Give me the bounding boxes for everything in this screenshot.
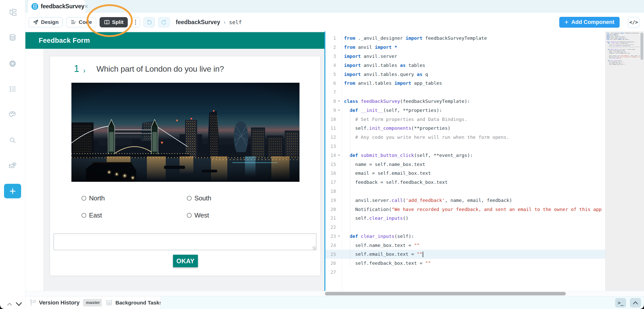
- code-line-13[interactable]: 13: [325, 142, 605, 151]
- form-header-title: Feedback Form: [39, 37, 90, 45]
- plus-icon: +: [565, 19, 569, 26]
- tab-bar: feedbackSurvey ×: [25, 0, 644, 13]
- radio-circle-icon: [81, 213, 86, 218]
- breadcrumb-self[interactable]: self: [229, 19, 242, 25]
- code-line-2[interactable]: 2from anvil import *: [325, 43, 605, 52]
- code-line-26[interactable]: 26 self.feedback_box.text = "": [325, 259, 605, 268]
- code-line-23[interactable]: 23▾ def clear_inputs(self):: [325, 232, 605, 241]
- design-button[interactable]: Design: [28, 17, 63, 27]
- indent-guide: [350, 106, 350, 268]
- add-new-button[interactable]: +: [4, 184, 21, 198]
- code-line-1[interactable]: 1from ._anvil_designer import feedbackSu…: [325, 34, 605, 43]
- background-tasks-tab[interactable]: Background Tasks: [102, 296, 161, 309]
- left-sidebar: +: [0, 0, 25, 309]
- code-line-17[interactable]: 17 feedback = self.feedback_box.text: [325, 178, 605, 187]
- radio-circle-icon: [81, 196, 86, 201]
- chevron-up-icon[interactable]: [6, 301, 13, 307]
- undo-button[interactable]: [143, 17, 155, 27]
- chevron-down-icon[interactable]: [15, 301, 23, 307]
- code-editor-panel[interactable]: 1from ._anvil_designer import feedbackSu…: [325, 31, 644, 291]
- okay-button[interactable]: OKAY: [173, 255, 198, 267]
- code-line-16[interactable]: 16 email = self.email_box.text: [325, 169, 605, 178]
- app-browser-icon[interactable]: [8, 8, 18, 18]
- expand-panel-button[interactable]: [630, 298, 641, 307]
- code-line-22[interactable]: 22: [325, 223, 605, 232]
- gutter-separator: [342, 31, 342, 291]
- code-line-14[interactable]: 14▾ def submit_button_click(self, **even…: [325, 151, 605, 160]
- tab-label: feedbackSurvey: [41, 3, 84, 10]
- terminal-icon: >_: [618, 300, 624, 305]
- editor-side-column: from ._anvil_designer import feedbackSur…: [605, 31, 644, 291]
- code-button[interactable]: Code: [66, 17, 96, 27]
- redo-button[interactable]: [158, 17, 170, 27]
- code-line-21[interactable]: 21 self.clear_inputs(): [325, 214, 605, 223]
- code-line-25[interactable]: 25 self.email_box.text = "": [325, 250, 605, 259]
- more-options-button[interactable]: ⋮: [131, 17, 140, 27]
- code-brackets-icon: </>: [629, 19, 638, 25]
- design-panel: Feedback Form 1 › Which part of London d…: [25, 31, 324, 291]
- code-toggle-button[interactable]: </>: [628, 17, 639, 28]
- question-number: 1: [74, 64, 79, 73]
- feedback-textarea[interactable]: [54, 234, 316, 250]
- split-button[interactable]: Split: [100, 17, 128, 27]
- code-line-20[interactable]: 20 Notification("We have recorded your f…: [325, 205, 605, 214]
- git-branch-icon: [29, 299, 36, 307]
- publish-email-icon[interactable]: [8, 161, 18, 171]
- app-logs-list-icon[interactable]: [8, 84, 18, 94]
- code-line-12[interactable]: 12 # Any code you write here will run wh…: [325, 133, 605, 142]
- code-lines-icon: [70, 19, 76, 25]
- data-tables-icon[interactable]: [8, 33, 18, 43]
- radio-group: North South East West: [81, 194, 293, 219]
- settings-gear-icon[interactable]: [8, 59, 18, 69]
- design-pen-icon: [33, 19, 39, 25]
- split-divider[interactable]: [324, 31, 325, 291]
- undo-icon: [146, 19, 152, 25]
- form-header-bar[interactable]: Feedback Form: [25, 32, 324, 49]
- anvil-ide-window: + feedbackSurvey × Design Code Split: [0, 0, 644, 309]
- horizontal-scrollbar-thumb[interactable]: [325, 292, 566, 295]
- code-line-8[interactable]: 8▾class feedbackSurvey(feedbackSurveyTem…: [325, 97, 605, 106]
- redo-icon: [161, 19, 167, 25]
- code-line-18[interactable]: 18: [325, 187, 605, 196]
- close-icon[interactable]: ×: [84, 3, 88, 10]
- code-line-10[interactable]: 10 # Set Form properties and Data Bindin…: [325, 115, 605, 124]
- code-line-4[interactable]: 4import anvil.tables as tables: [325, 61, 605, 70]
- search-icon[interactable]: [8, 135, 18, 145]
- code-line-24[interactable]: 24 self.name_box.text = "": [325, 241, 605, 250]
- minimap[interactable]: from ._anvil_designer import feedbackSur…: [607, 32, 640, 70]
- radio-west[interactable]: West: [187, 211, 293, 219]
- tasks-grid-icon: [105, 299, 113, 306]
- radio-circle-icon: [187, 196, 192, 201]
- code-line-19[interactable]: 19 anvil.server.call('add_feedback', nam…: [325, 196, 605, 205]
- add-component-button[interactable]: + Add Component: [559, 17, 620, 28]
- tab-feedback-survey[interactable]: feedbackSurvey ×: [28, 0, 85, 13]
- radio-north[interactable]: North: [81, 194, 187, 202]
- form-file-icon: [31, 3, 38, 10]
- design-margin-gutter: [25, 49, 44, 291]
- london-skyline-image[interactable]: [71, 83, 299, 182]
- code-line-11[interactable]: 11 self.init_components(**properties): [325, 124, 605, 133]
- code-lines: 1from ._anvil_designer import feedbackSu…: [325, 31, 605, 291]
- code-line-5[interactable]: 5import anvil.tables.query as q: [325, 70, 605, 79]
- radio-east[interactable]: East: [81, 211, 187, 219]
- breadcrumb-app[interactable]: feedbackSurvey: [176, 19, 220, 26]
- theme-palette-icon[interactable]: [8, 110, 18, 120]
- chevron-up-icon: [633, 301, 638, 305]
- code-line-3[interactable]: 3import anvil.server: [325, 52, 605, 61]
- question-text[interactable]: Which part of London do you live in?: [97, 64, 224, 74]
- code-line-7[interactable]: 7: [325, 88, 605, 97]
- kebab-icon: ⋮: [133, 19, 138, 25]
- survey-card[interactable]: 1 › Which part of London do you live in?: [50, 56, 321, 276]
- terminal-button[interactable]: >_: [615, 298, 626, 307]
- code-line-15[interactable]: 15 name = self.name_box.text: [325, 160, 605, 169]
- split-view-icon: [104, 19, 110, 25]
- toolbar: Design Code Split ⋮ feedbackSurvey › sel…: [25, 13, 644, 31]
- code-line-27[interactable]: 27: [325, 268, 605, 277]
- vertical-scrollbar-thumb[interactable]: [640, 33, 643, 60]
- code-line-6[interactable]: 6from anvil.tables import app_tables: [325, 79, 605, 88]
- breadcrumb-separator: ›: [224, 19, 225, 26]
- radio-south[interactable]: South: [187, 194, 293, 202]
- version-history-tab[interactable]: Version History master: [25, 296, 102, 309]
- code-line-9[interactable]: 9▾ def __init__(self, **properties):: [325, 106, 605, 115]
- branch-badge: master: [83, 299, 102, 306]
